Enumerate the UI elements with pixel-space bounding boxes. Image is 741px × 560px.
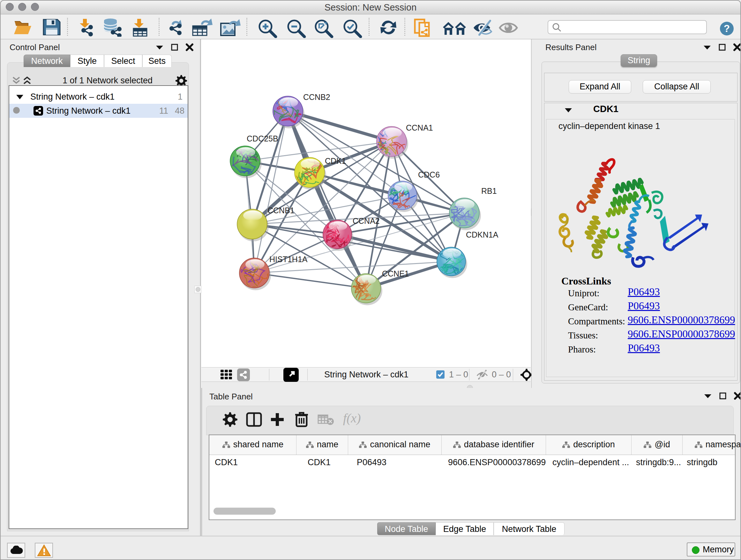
- svg-text:CDC6: CDC6: [418, 170, 440, 179]
- svg-text:HIST1H1A: HIST1H1A: [269, 255, 308, 264]
- svg-text:CDKN1A: CDKN1A: [466, 230, 498, 239]
- svg-text:CCNA2: CCNA2: [353, 216, 380, 226]
- svg-text:CDK1: CDK1: [325, 157, 346, 165]
- svg-text:CCNE1: CCNE1: [382, 269, 409, 278]
- svg-text:CCNB2: CCNB2: [303, 92, 330, 102]
- svg-text:CCNA1: CCNA1: [406, 123, 433, 132]
- svg-text:RB1: RB1: [481, 186, 497, 195]
- svg-text:CDC25B: CDC25B: [247, 134, 278, 143]
- svg-text:CCNB1: CCNB1: [267, 206, 294, 215]
